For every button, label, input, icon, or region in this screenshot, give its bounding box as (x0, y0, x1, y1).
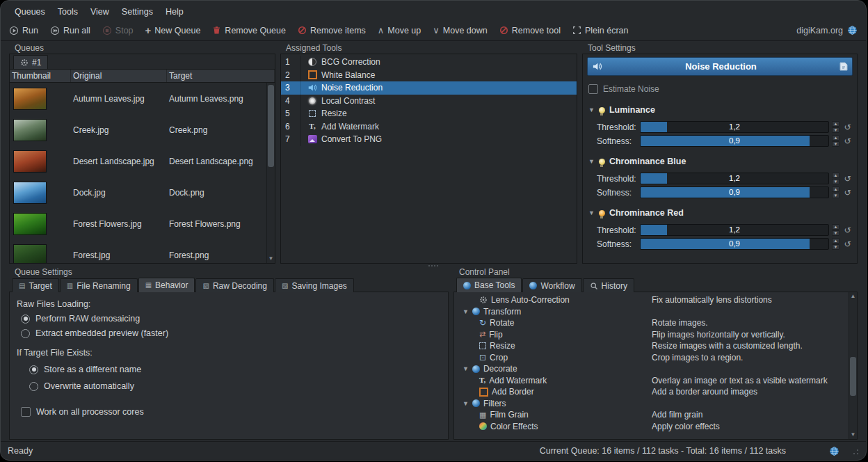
collapse-arrow-icon[interactable]: ▼ (588, 106, 595, 113)
queue-row[interactable]: Desert Landscape.jpg Desert Landscape.pn… (10, 145, 275, 177)
collapse-arrow-icon[interactable]: ▼ (463, 400, 469, 407)
tool-flip[interactable]: ⇄ Flip Flip images horizontally or verti… (456, 329, 847, 341)
digikam-org-link[interactable]: digiKam.org (796, 25, 858, 35)
spin-up-icon[interactable]: ▲ (832, 238, 839, 244)
scrollbar-thumb[interactable] (850, 357, 856, 396)
spinbox-arrows[interactable]: ▲▼ (832, 135, 839, 147)
tool-crop[interactable]: ⊡ Crop Crop images to a region. (456, 352, 847, 364)
scroll-down-arrow-icon[interactable]: ▼ (849, 431, 857, 438)
column-target[interactable]: Target (167, 70, 275, 82)
tab-workflow[interactable]: Workflow (522, 278, 581, 292)
run-all-button[interactable]: Run all (50, 26, 90, 35)
spinbox-arrows[interactable]: ▲▼ (832, 173, 839, 184)
group-filters[interactable]: ▼ Filters (456, 398, 847, 410)
control-panel-scrollbar[interactable]: ▲ ▼ (849, 292, 857, 439)
queue-row[interactable]: Autumn Leaves.jpg Autumn Leaves.png (10, 83, 275, 114)
work-on-all-cores-option[interactable]: Work on all processor cores (21, 407, 441, 417)
tab-behavior[interactable]: ▦ Behavior (138, 278, 195, 292)
tab-file-renaming[interactable]: ▥ File Renaming (60, 278, 138, 292)
assigned-tool-local-contrast[interactable]: 4 Local Contrast (281, 95, 577, 108)
reset-button[interactable]: ↺ (842, 188, 853, 198)
tool-lens-auto-correction[interactable]: Lens Auto-Correction Fix automatically l… (456, 294, 847, 306)
remove-tool-button[interactable]: Remove tool (499, 26, 561, 35)
tab-saving-images[interactable]: ▨ Saving Images (275, 278, 354, 292)
spinbox-arrows[interactable]: ▲▼ (832, 224, 839, 236)
assigned-tool-white-balance[interactable]: 2 White Balance (281, 69, 577, 82)
spinbox-arrows[interactable]: ▲▼ (832, 238, 839, 250)
collapse-arrow-icon[interactable]: ▼ (463, 365, 469, 372)
tool-color-effects[interactable]: Color Effects Apply color effects (456, 421, 847, 433)
spin-down-icon[interactable]: ▼ (832, 127, 839, 133)
scroll-down-arrow-icon[interactable]: ▼ (267, 255, 275, 262)
assigned-tool-bcg-correction[interactable]: 1 BCG Correction (281, 56, 577, 69)
queue-tab-1[interactable]: #1 (13, 55, 48, 69)
spinbox-arrows[interactable]: ▲▼ (832, 121, 839, 133)
estimate-noise-checkbox[interactable] (588, 84, 598, 94)
tool-rotate[interactable]: ↻ Rotate Rotate images. (456, 317, 847, 329)
scroll-up-arrow-icon[interactable]: ▲ (849, 293, 857, 300)
luminance-softness-slider[interactable]: 0,9 (640, 135, 829, 147)
group-transform[interactable]: ▼ Transform (456, 306, 847, 318)
queue-row[interactable]: Creek.jpg Creek.png (10, 114, 275, 145)
menu-settings[interactable]: Settings (116, 6, 159, 18)
tool-film-grain[interactable]: ▦ Film Grain Add film grain (456, 409, 847, 421)
radio-overwrite-automatically[interactable]: Overwrite automatically (29, 381, 441, 391)
radio-icon[interactable] (29, 382, 38, 391)
chrominance-blue-threshold-slider[interactable]: 1,2 (640, 173, 829, 184)
collapse-arrow-icon[interactable]: ▼ (588, 209, 595, 216)
group-decorate[interactable]: ▼ Decorate (456, 363, 847, 375)
luminance-threshold-slider[interactable]: 1,2 (640, 121, 829, 133)
spin-down-icon[interactable]: ▼ (832, 244, 839, 250)
assigned-tool-convert-to-png[interactable]: 7 Convert To PNG (281, 133, 577, 146)
section-chrominance-blue[interactable]: ▼ Chrominance Blue (588, 157, 853, 166)
remove-items-button[interactable]: Remove items (298, 26, 366, 35)
tool-add-watermark[interactable]: T, Add Watermark Overlay an image or tex… (456, 375, 847, 387)
spin-up-icon[interactable]: ▲ (832, 224, 839, 230)
queue-row[interactable]: Dock.jpg Dock.png (10, 177, 275, 208)
reset-button[interactable]: ↺ (842, 225, 853, 235)
menu-view[interactable]: View (85, 6, 115, 18)
queues-scrollbar[interactable]: ▼ (266, 83, 275, 263)
scrollbar-thumb[interactable] (268, 85, 274, 167)
chrominance-red-threshold-slider[interactable]: 1,2 (640, 224, 829, 236)
menu-help[interactable]: Help (160, 6, 189, 18)
column-thumbnail[interactable]: Thumbnail (10, 70, 71, 82)
new-queue-button[interactable]: + New Queue (145, 25, 201, 35)
run-button[interactable]: Run (9, 26, 38, 35)
radio-icon[interactable] (21, 329, 30, 338)
globe-icon[interactable] (829, 446, 839, 456)
resize-grip[interactable] (851, 447, 859, 455)
menu-tools[interactable]: Tools (52, 6, 83, 18)
reset-button[interactable]: ↺ (842, 122, 853, 132)
spinbox-arrows[interactable]: ▲▼ (832, 186, 839, 198)
stop-button[interactable]: Stop (102, 26, 134, 35)
tool-resize[interactable]: Resize Resize images with a customized l… (456, 340, 847, 352)
tool-add-border[interactable]: Add Border Add a border around images (456, 386, 847, 398)
spin-up-icon[interactable]: ▲ (832, 135, 839, 141)
assigned-tool-resize[interactable]: 5 Resize (281, 107, 577, 120)
reset-button[interactable]: ↺ (842, 136, 853, 146)
move-down-button[interactable]: ∨ Move down (433, 26, 487, 35)
fullscreen-button[interactable]: Plein écran (572, 26, 629, 35)
assigned-tool-add-watermark[interactable]: 6 T, Add Watermark (281, 120, 577, 134)
radio-selected-icon[interactable] (29, 365, 38, 374)
move-up-button[interactable]: ∧ Move up (378, 26, 421, 35)
tab-raw-decoding[interactable]: ▧ Raw Decoding (195, 278, 274, 292)
assigned-tool-noise-reduction[interactable]: 3 Noise Reduction (281, 81, 577, 95)
spin-up-icon[interactable]: ▲ (832, 186, 839, 192)
section-chrominance-red[interactable]: ▼ Chrominance Red (588, 208, 853, 218)
spin-down-icon[interactable]: ▼ (832, 230, 839, 236)
chrominance-blue-softness-slider[interactable]: 0,9 (640, 186, 829, 198)
queue-row[interactable]: Forest Flowers.jpg Forest Flowers.png (10, 208, 275, 239)
menu-queues[interactable]: Queues (9, 6, 51, 18)
spin-down-icon[interactable]: ▼ (832, 141, 839, 147)
spin-up-icon[interactable]: ▲ (832, 173, 839, 178)
reset-button[interactable]: ↺ (842, 239, 853, 249)
chrominance-red-softness-slider[interactable]: 0,9 (640, 238, 829, 250)
load-defaults-icon[interactable] (839, 62, 848, 71)
radio-store-different-name[interactable]: Store as a different name (29, 365, 441, 374)
tab-history[interactable]: History (583, 278, 634, 292)
tab-base-tools[interactable]: Base Tools (456, 278, 522, 292)
cores-checkbox[interactable] (21, 407, 31, 417)
spin-down-icon[interactable]: ▼ (832, 193, 839, 198)
